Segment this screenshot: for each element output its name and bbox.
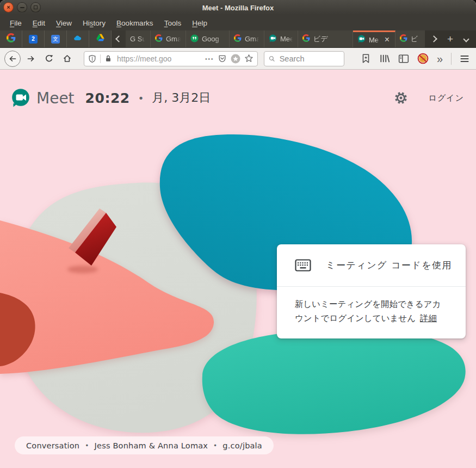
google-favicon (155, 34, 163, 44)
urlbar-separator (100, 54, 101, 63)
menu-file[interactable]: File (4, 19, 27, 27)
tab-hangouts[interactable]: Goog (186, 30, 230, 47)
tracking-protection-shield-icon[interactable] (88, 54, 96, 63)
use-meeting-code-button[interactable]: ミーティング コードを使用 (277, 244, 466, 286)
caption-names: Jess Bonham & Anna Lomax (95, 441, 208, 450)
caption-label: Conversation (26, 441, 79, 450)
reload-button[interactable] (41, 51, 57, 66)
meet-header: Meet 20:22 • 月, 3月2日 ログイン (11, 87, 464, 109)
chevron-left-icon (115, 35, 122, 42)
login-button[interactable]: ログイン (429, 93, 464, 103)
search-input[interactable] (279, 54, 339, 64)
meet-favicon (269, 34, 277, 44)
url-bar[interactable]: ••• (84, 51, 258, 66)
bookmark-star-icon[interactable] (244, 54, 254, 63)
new-tab-button[interactable]: + (447, 34, 453, 44)
drive-icon (96, 33, 105, 45)
header-dot: • (138, 93, 144, 104)
tab-gsuite[interactable]: G Sui (126, 30, 151, 47)
page-actions-dots-icon[interactable]: ••• (205, 56, 214, 62)
tab-strip: 2 文 G Sui Gmai Goog Gmai (0, 30, 476, 48)
pinned-tab-onedrive[interactable] (67, 30, 89, 47)
home-button[interactable] (59, 51, 75, 66)
translate-icon: 文 (51, 35, 60, 44)
browser-window: × Meet - Mozilla Firefox File Edit View … (0, 0, 476, 468)
keyboard-icon (295, 259, 311, 272)
window-title: Meet - Mozilla Firefox (0, 4, 476, 12)
google-favicon (302, 34, 310, 44)
forward-arrow-icon (27, 54, 35, 63)
toolbar-separator (451, 53, 452, 65)
menu-tools[interactable]: Tools (159, 19, 187, 27)
menu-help[interactable]: Help (187, 19, 213, 27)
window-maximize-button[interactable] (30, 2, 41, 13)
cookie-blocker-extension-icon[interactable] (417, 53, 429, 64)
menubar: File Edit View History Bookmarks Tools H… (0, 15, 476, 30)
tab-video-2[interactable]: ビ (395, 30, 425, 47)
google-favicon (234, 34, 242, 44)
caption-link: g.co/jbala (222, 441, 262, 450)
pinned-tab-drive[interactable] (89, 30, 112, 47)
tab-scroll-right-button[interactable] (430, 35, 437, 42)
menu-bookmarks[interactable]: Bookmarks (111, 19, 159, 27)
onedrive-icon (73, 33, 83, 45)
pinned-tab-google[interactable] (0, 30, 22, 47)
tab-video-1[interactable]: ビデ (298, 30, 353, 47)
menu-history[interactable]: History (77, 19, 111, 27)
settings-gear-icon[interactable] (394, 91, 408, 105)
header-right: ログイン (394, 91, 464, 105)
hangouts-favicon (190, 34, 199, 44)
meet-favicon (357, 35, 366, 45)
google-icon (7, 33, 16, 45)
card-message-text: 新しいミーティングを開始できるアカウントでログインしていません (295, 299, 441, 323)
artwork-caption: Conversation • Jess Bonham & Anna Lomax … (15, 436, 274, 454)
search-bar[interactable] (264, 51, 344, 66)
navigation-toolbar: ••• » (0, 48, 476, 70)
clock-time: 20:22 (85, 90, 130, 106)
tab-meet-1[interactable]: Meet (264, 30, 298, 47)
pinned-tab-calendar[interactable]: 2 (22, 30, 45, 47)
meet-page: Meet 20:22 • 月, 3月2日 ログイン (0, 70, 476, 468)
tab-gmail-1[interactable]: Gmai (151, 30, 186, 47)
tab-list-dropdown-button[interactable] (463, 36, 469, 42)
window-controls: × (3, 2, 41, 13)
calendar-icon: 2 (29, 35, 38, 44)
google-favicon (400, 34, 407, 44)
sidebar-icon[interactable] (398, 54, 409, 64)
tab-strip-controls: + (425, 30, 476, 47)
box-shadow (67, 266, 98, 273)
search-icon (269, 55, 275, 63)
details-link[interactable]: 詳細 (420, 313, 437, 323)
app-name: Meet (36, 89, 75, 107)
grayed-star-circle-icon[interactable] (231, 54, 240, 64)
turquoise-blob-shape (202, 329, 466, 434)
window-titlebar: × Meet - Mozilla Firefox (0, 0, 476, 15)
tab-close-icon[interactable]: × (384, 35, 391, 44)
lock-icon[interactable] (104, 54, 112, 63)
tab-scroll-left-button[interactable] (112, 30, 126, 47)
caption-dot: • (213, 442, 217, 449)
window-minimize-button[interactable] (17, 2, 27, 13)
save-bookmark-flag-icon[interactable] (361, 53, 371, 64)
hamburger-menu-icon[interactable] (460, 54, 469, 63)
window-close-button[interactable]: × (3, 2, 14, 13)
overflow-chevrons-icon[interactable]: » (437, 53, 443, 64)
card-message: 新しいミーティングを開始できるアカウントでログインしていません詳細 (295, 299, 441, 323)
back-button[interactable] (4, 51, 21, 67)
url-input[interactable] (116, 54, 201, 64)
caption-dot: • (85, 442, 89, 449)
meet-logo-icon (11, 88, 30, 108)
header-date: 月, 3月2日 (152, 90, 211, 106)
card-title: ミーティング コードを使用 (326, 259, 452, 272)
pocket-icon[interactable] (218, 54, 227, 63)
tab-gmail-2[interactable]: Gmai (230, 30, 264, 47)
pinned-tab-translate[interactable]: 文 (45, 30, 67, 47)
tab-meet-active[interactable]: Me × (353, 30, 395, 47)
menu-edit[interactable]: Edit (27, 19, 51, 27)
card-message-section: 新しいミーティングを開始できるアカウントでログインしていません詳細 (277, 287, 466, 338)
back-arrow-icon (8, 54, 17, 63)
toolbar-right-icons: » (361, 53, 472, 65)
forward-button[interactable] (23, 51, 39, 66)
menu-view[interactable]: View (51, 19, 77, 27)
library-icon[interactable] (379, 53, 390, 64)
